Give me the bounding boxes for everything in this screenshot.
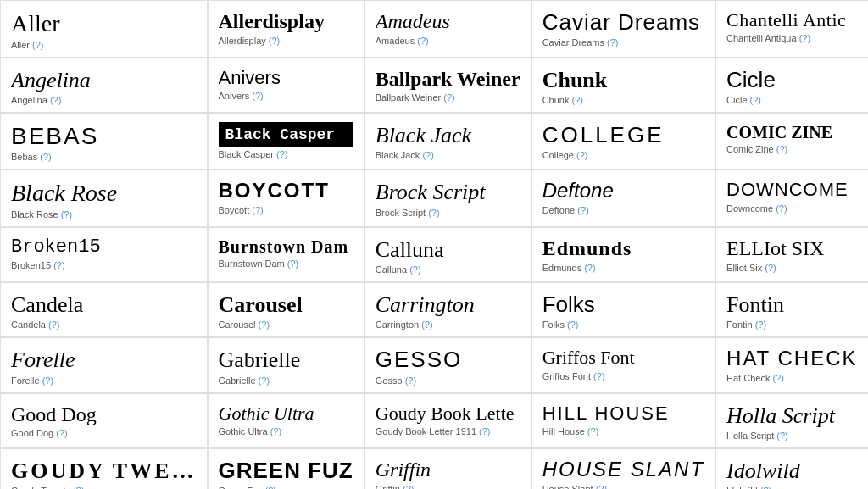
font-help-houseslant[interactable]: (?)	[596, 484, 607, 489]
font-cell-griffin[interactable]: GriffinGriffin (?)	[364, 448, 531, 489]
font-help-blackjack[interactable]: (?)	[422, 150, 433, 160]
font-help-fontin[interactable]: (?)	[755, 320, 766, 330]
font-display-folks: Folks	[542, 292, 704, 318]
font-help-angelina[interactable]: (?)	[50, 95, 61, 105]
font-cell-amadeus[interactable]: AmadeusAmadeus (?)	[364, 0, 531, 58]
font-display-carrington: Carrington	[376, 292, 520, 318]
font-cell-edmunds[interactable]: EdmundsEdmunds (?)	[531, 227, 715, 282]
font-sub-griffosfont: Griffos Font (?)	[542, 371, 704, 381]
font-help-idolwild[interactable]: (?)	[760, 486, 771, 489]
font-help-hollascript[interactable]: (?)	[776, 431, 787, 441]
font-cell-carousel[interactable]: CarouselCarousel (?)	[208, 282, 364, 337]
font-cell-bebas[interactable]: BEBASBebas (?)	[0, 113, 208, 170]
font-sub-elliotsix: Elliot Six (?)	[726, 263, 857, 273]
font-cell-deftone[interactable]: DeftoneDeftone (?)	[531, 169, 715, 227]
font-cell-burnsdam[interactable]: Burnstown DamBurnstown Dam (?)	[208, 227, 364, 282]
font-cell-goudytwenty[interactable]: GOUDY TWE…Goudy Twenty (?)	[0, 448, 208, 489]
font-cell-griffosfont[interactable]: Griffos FontGriffos Font (?)	[531, 337, 715, 392]
font-help-candela[interactable]: (?)	[48, 320, 59, 330]
font-help-folks[interactable]: (?)	[567, 320, 578, 330]
font-cell-blackcasper[interactable]: Black CasperBlack Casper (?)	[208, 113, 364, 170]
font-help-aller[interactable]: (?)	[32, 40, 43, 50]
font-cell-broken15[interactable]: Broken15Broken15 (?)	[0, 227, 208, 282]
font-help-hillhouse[interactable]: (?)	[587, 426, 598, 436]
font-cell-blackrose[interactable]: Black RoseBlack Rose (?)	[0, 169, 208, 227]
font-help-goudytwenty[interactable]: (?)	[73, 486, 84, 489]
font-cell-angelina[interactable]: AngelinaAngelina (?)	[0, 58, 208, 113]
font-help-gabrielle[interactable]: (?)	[259, 375, 270, 386]
font-cell-gothicultra[interactable]: Gothic UltraGothic Ultra (?)	[208, 393, 364, 448]
font-help-bebas[interactable]: (?)	[40, 152, 51, 162]
font-help-burnsdam[interactable]: (?)	[287, 258, 298, 269]
font-cell-caviardreams[interactable]: Caviar DreamsCaviar Dreams (?)	[531, 0, 715, 58]
font-help-brockscript[interactable]: (?)	[428, 208, 439, 218]
font-help-allerdisplay[interactable]: (?)	[269, 36, 280, 46]
font-cell-ballparkweiner[interactable]: Ballpark WeinerBallpark Weiner (?)	[364, 58, 531, 113]
font-cell-fontin[interactable]: FontinFontin (?)	[715, 282, 868, 337]
font-help-goudybooklette[interactable]: (?)	[479, 426, 490, 436]
font-help-griffosfont[interactable]: (?)	[593, 371, 604, 381]
font-cell-calluna[interactable]: CallunaCalluna (?)	[364, 227, 531, 282]
font-help-chunk[interactable]: (?)	[572, 95, 583, 105]
font-help-forelle[interactable]: (?)	[42, 375, 53, 386]
font-help-chantellianti[interactable]: (?)	[799, 33, 810, 43]
font-sub-blackjack: Black Jack (?)	[376, 150, 520, 160]
font-help-edmunds[interactable]: (?)	[584, 263, 595, 273]
font-cell-gabrielle[interactable]: GabrielleGabrielle (?)	[208, 337, 364, 392]
font-cell-chantellianti[interactable]: Chantelli AnticChantelli Antiqua (?)	[715, 0, 868, 58]
font-help-calluna[interactable]: (?)	[409, 264, 420, 275]
font-cell-goudybooklette[interactable]: Goudy Book LetteGoudy Book Letter 1911 (…	[364, 393, 531, 448]
font-help-cicle[interactable]: (?)	[750, 95, 761, 105]
font-cell-elliotsix[interactable]: ELLIot SIXElliot Six (?)	[715, 227, 868, 282]
font-cell-hillhouse[interactable]: HILL HOUSEHill House (?)	[531, 393, 715, 448]
font-help-caviardreams[interactable]: (?)	[607, 37, 618, 47]
font-cell-gesso[interactable]: GESSOGesso (?)	[364, 337, 531, 392]
font-display-boycott: BOYCOTT	[219, 179, 353, 203]
font-cell-greenfuz[interactable]: GREEN FUZGreen Fuz (?)	[208, 448, 364, 489]
font-help-hatcheck[interactable]: (?)	[772, 373, 783, 383]
font-help-deftone[interactable]: (?)	[577, 205, 588, 215]
font-help-elliotsix[interactable]: (?)	[765, 263, 776, 273]
font-help-amadeus[interactable]: (?)	[417, 36, 428, 46]
font-display-ballparkweiner: Ballpark Weiner	[376, 67, 520, 92]
font-cell-houseslant[interactable]: HOUSE SLANTHouse Slant (?)	[531, 448, 715, 489]
font-cell-aller[interactable]: AllerAller (?)	[0, 0, 208, 58]
font-cell-allerdisplay[interactable]: AllerdisplayAllerdisplay (?)	[208, 0, 364, 58]
font-cell-college[interactable]: COLLEGECollege (?)	[531, 113, 715, 170]
font-cell-carrington[interactable]: CarringtonCarrington (?)	[364, 282, 531, 337]
font-cell-boycott[interactable]: BOYCOTTBoycott (?)	[208, 169, 364, 227]
font-help-gooddog[interactable]: (?)	[56, 428, 67, 438]
font-cell-gooddog[interactable]: Good DogGood Dog (?)	[0, 393, 208, 448]
font-help-comiczine[interactable]: (?)	[776, 144, 787, 154]
font-cell-hollascript[interactable]: Holla ScriptHolla Script (?)	[715, 393, 868, 448]
font-help-college[interactable]: (?)	[576, 150, 587, 160]
font-cell-downcome[interactable]: DOWNCOMEDowncome (?)	[715, 169, 868, 227]
font-display-gesso: GESSO	[376, 347, 520, 373]
font-cell-hatcheck[interactable]: HAT CHECKHat Check (?)	[715, 337, 868, 392]
font-cell-idolwild[interactable]: IdolwildIdolwild (?)	[715, 448, 868, 489]
font-help-griffin[interactable]: (?)	[403, 484, 414, 489]
font-cell-cicle[interactable]: CicleCicle (?)	[715, 58, 868, 113]
font-help-gesso[interactable]: (?)	[405, 375, 416, 386]
font-help-ballparkweiner[interactable]: (?)	[443, 92, 454, 103]
font-cell-forelle[interactable]: ForelleForelle (?)	[0, 337, 208, 392]
font-help-blackcasper[interactable]: (?)	[276, 149, 287, 159]
font-cell-candela[interactable]: CandelaCandela (?)	[0, 282, 208, 337]
font-help-broken15[interactable]: (?)	[53, 260, 64, 270]
font-help-gothicultra[interactable]: (?)	[270, 426, 281, 436]
font-help-anivers[interactable]: (?)	[252, 91, 263, 101]
font-cell-comiczine[interactable]: COMIC ZINEComic Zine (?)	[715, 113, 868, 170]
font-cell-brockscript[interactable]: Brock ScriptBrock Script (?)	[364, 169, 531, 227]
font-sub-angelina: Angelina (?)	[11, 95, 197, 105]
font-display-amadeus: Amadeus	[376, 9, 520, 34]
font-help-boycott[interactable]: (?)	[252, 205, 263, 215]
font-help-downcome[interactable]: (?)	[776, 203, 787, 214]
font-help-blackrose[interactable]: (?)	[61, 209, 72, 219]
font-help-carousel[interactable]: (?)	[259, 320, 270, 330]
font-cell-chunk[interactable]: ChunkChunk (?)	[531, 58, 715, 113]
font-help-greenfuz[interactable]: (?)	[265, 486, 276, 489]
font-help-carrington[interactable]: (?)	[421, 320, 432, 330]
font-cell-folks[interactable]: FolksFolks (?)	[531, 282, 715, 337]
font-cell-blackjack[interactable]: Black JackBlack Jack (?)	[364, 113, 531, 170]
font-cell-anivers[interactable]: AniversAnivers (?)	[208, 58, 364, 113]
